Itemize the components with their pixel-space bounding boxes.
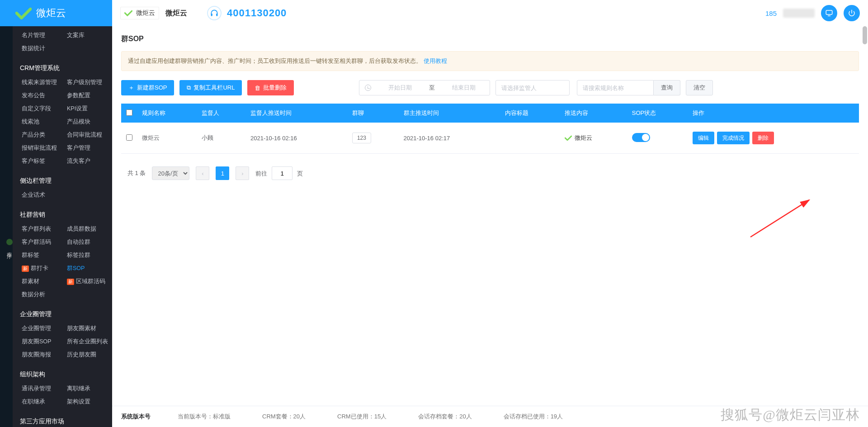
sidebar-item[interactable]: 群SOP bbox=[65, 262, 110, 275]
brand-name: 微炬云 bbox=[36, 6, 66, 20]
sidebar-item[interactable]: 发布公告 bbox=[20, 89, 65, 102]
trash-icon: 🗑 bbox=[255, 85, 260, 91]
new-sop-button[interactable]: ＋新建群SOP bbox=[121, 80, 174, 95]
scrollbar[interactable] bbox=[863, 26, 867, 44]
miniapp-icon bbox=[6, 239, 13, 245]
pager-next-button[interactable]: › bbox=[236, 166, 249, 180]
date-range-picker[interactable]: 开始日期 至 结束日期 bbox=[359, 80, 490, 95]
copy-url-button[interactable]: ⧉复制工具栏URL bbox=[179, 80, 242, 95]
sidebar-item[interactable]: 产品分类 bbox=[20, 128, 65, 142]
table-row: 微炬云小顾2021-10-16 02:161232021-10-16 02:17… bbox=[121, 123, 859, 154]
sidebar-item[interactable]: 新群打卡 bbox=[20, 262, 65, 275]
sidebar: 名片管理文案库数据统计CRM管理系统线索来源管理客户级别管理发布公告参数配置自定… bbox=[13, 26, 112, 427]
search-button[interactable]: 查询 bbox=[654, 80, 680, 95]
table-header: 监督人 bbox=[197, 104, 246, 123]
page-size-select[interactable]: 20条/页 bbox=[152, 166, 189, 180]
sidebar-item[interactable]: 参数配置 bbox=[65, 89, 110, 102]
sidebar-item[interactable]: 客户管理 bbox=[65, 142, 110, 155]
sidebar-item[interactable]: 数据统计 bbox=[20, 42, 65, 55]
status-switch[interactable] bbox=[632, 133, 650, 142]
sidebar-item[interactable]: 朋友圈素材 bbox=[65, 322, 110, 335]
masked-info bbox=[783, 9, 815, 18]
edit-button[interactable]: 编辑 bbox=[693, 132, 714, 144]
sidebar-item[interactable]: 所有企业圈列表 bbox=[65, 335, 110, 348]
sidebar-item[interactable]: 历史朋友圈 bbox=[65, 348, 110, 361]
notice-banner: 通过自建应用创建群聊营销推广内容、推广时间；员工收到应用推送后一键转发至相关群聊… bbox=[121, 51, 859, 71]
sidebar-item[interactable]: 合同审批流程 bbox=[65, 128, 110, 142]
sidebar-item[interactable]: 离职继承 bbox=[65, 382, 110, 395]
sidebar-item[interactable]: 自动拉群 bbox=[65, 236, 110, 249]
sidebar-item[interactable]: 企业话术 bbox=[20, 189, 65, 202]
footer-stat: 会话存档已使用：19人 bbox=[504, 413, 563, 421]
pagination: 共 1 条 20条/页 ‹ 1 › 前往 页 bbox=[121, 154, 859, 180]
sidebar-item[interactable]: 线索池 bbox=[20, 115, 65, 128]
company-chip: 微炬云 bbox=[120, 7, 159, 19]
sidebar-item[interactable]: 成员群数据 bbox=[65, 223, 110, 236]
sidebar-item[interactable]: 群素材 bbox=[20, 275, 65, 288]
sidebar-item[interactable]: 名片管理 bbox=[20, 29, 65, 42]
sidebar-item[interactable]: 线索来源管理 bbox=[20, 76, 65, 89]
clear-button[interactable]: 清空 bbox=[686, 80, 713, 95]
table-header: SOP状态 bbox=[627, 104, 689, 123]
table-header: 推送内容 bbox=[560, 104, 627, 123]
sidebar-item[interactable]: KPI设置 bbox=[65, 102, 110, 115]
sidebar-item[interactable]: 在职继承 bbox=[20, 395, 65, 408]
pager-jump-input[interactable] bbox=[272, 166, 292, 180]
sidebar-item[interactable]: 架构设置 bbox=[65, 395, 110, 408]
pager-prev-button[interactable]: ‹ bbox=[196, 166, 209, 180]
sidebar-item[interactable]: 朋友圈SOP bbox=[20, 335, 65, 348]
new-badge: 新 bbox=[22, 266, 29, 272]
hotline-number: 4001130200 bbox=[227, 7, 287, 19]
sidebar-item[interactable]: 流失客户 bbox=[65, 155, 110, 168]
table-header: 群聊 bbox=[348, 104, 399, 123]
rule-search-input[interactable] bbox=[577, 80, 654, 95]
notice-tutorial-link[interactable]: 使用教程 bbox=[424, 57, 447, 64]
table-header: 规则名称 bbox=[137, 104, 197, 123]
sidebar-item[interactable]: 客户级别管理 bbox=[65, 76, 110, 89]
toolbar: ＋新建群SOP ⧉复制工具栏URL 🗑批量删除 开始日期 至 结束日期 查询 清… bbox=[121, 80, 859, 95]
sidebar-group-title: 社群营销 bbox=[13, 205, 112, 223]
sidebar-item[interactable]: 数据分析 bbox=[20, 288, 65, 301]
topbar: 微炬云 微炬云 微炬云 4001130200 185 bbox=[0, 0, 868, 26]
sidebar-item[interactable]: 群标签 bbox=[20, 249, 65, 262]
pager-page-1[interactable]: 1 bbox=[216, 166, 229, 180]
rail-miniapp[interactable]: 小程序 bbox=[6, 239, 13, 251]
sidebar-item[interactable]: 客户群列表 bbox=[20, 223, 65, 236]
sidebar-item[interactable]: 标签拉群 bbox=[65, 249, 110, 262]
row-checkbox[interactable] bbox=[126, 134, 132, 141]
headset-icon bbox=[207, 6, 222, 20]
svg-rect-1 bbox=[216, 14, 217, 16]
sidebar-group-title: 企业圈管理 bbox=[13, 305, 112, 322]
sop-table: 规则名称监督人监督人推送时间群聊群主推送时间内容标题推送内容SOP状态操作 微炬… bbox=[121, 104, 859, 154]
group-tag[interactable]: 123 bbox=[352, 133, 371, 143]
plus-icon: ＋ bbox=[128, 84, 134, 92]
sidebar-item[interactable] bbox=[65, 288, 110, 301]
sidebar-item[interactable]: 自定义字段 bbox=[20, 102, 65, 115]
sidebar-group-title: 侧边栏管理 bbox=[13, 171, 112, 189]
sidebar-item[interactable]: 客户标签 bbox=[20, 155, 65, 168]
delete-button[interactable]: 删除 bbox=[752, 132, 774, 144]
select-all-checkbox[interactable] bbox=[126, 109, 132, 116]
sidebar-item[interactable]: 报销审批流程 bbox=[20, 142, 65, 155]
svg-rect-0 bbox=[211, 14, 212, 16]
svg-line-3 bbox=[750, 200, 809, 237]
sidebar-item[interactable]: 通讯录管理 bbox=[20, 382, 65, 395]
page-title: 群SOP bbox=[121, 34, 859, 44]
bulk-delete-button[interactable]: 🗑批量删除 bbox=[247, 80, 294, 95]
header-right: 185 bbox=[765, 0, 860, 26]
sidebar-item[interactable]: 新区域群活码 bbox=[65, 275, 110, 288]
sidebar-item[interactable]: 产品模块 bbox=[65, 115, 110, 128]
sidebar-item[interactable] bbox=[65, 42, 110, 55]
supervisor-select[interactable] bbox=[495, 80, 570, 95]
table-header: 监督人推送时间 bbox=[246, 104, 348, 123]
sidebar-item[interactable]: 文案库 bbox=[65, 29, 110, 42]
sidebar-group-title: 第三方应用市场 bbox=[13, 412, 112, 427]
monitor-button[interactable] bbox=[821, 5, 837, 21]
side-rail: 小程序 短信 bbox=[0, 26, 13, 427]
sidebar-item[interactable]: 朋友圈海报 bbox=[20, 348, 65, 361]
sidebar-item[interactable]: 客户群活码 bbox=[20, 236, 65, 249]
sidebar-item[interactable]: 企业圈管理 bbox=[20, 322, 65, 335]
sidebar-item[interactable] bbox=[65, 189, 110, 202]
power-button[interactable] bbox=[844, 5, 860, 21]
completion-button[interactable]: 完成情况 bbox=[717, 132, 750, 144]
